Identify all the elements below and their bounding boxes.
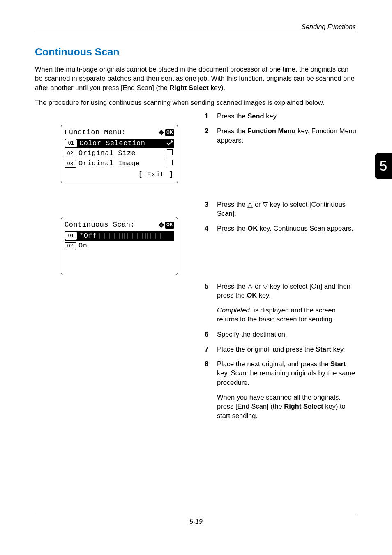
step-1: 1 Press the Send key. [205,111,357,120]
t: or [253,201,263,208]
step-text: Completed. is displayed and the screen r… [217,305,357,324]
lcd-function-menu: Function Menu: ✥OK 01 Color Selection 02… [61,125,178,183]
step-text: Place the original, and press the Start … [217,345,357,354]
checkbox-icon [167,149,173,155]
page-heading: Continuous Scan [35,45,120,59]
intro-p1: When the multi-page originals cannot be … [35,65,356,92]
steps-list: 1 Press the Send key. 2 Press the Functi… [205,111,357,426]
step-number: 4 [205,224,217,233]
footer-rule [35,515,357,515]
lcd-row: 02 On [65,241,174,251]
row-label: On [78,241,174,251]
t: key. Scan the remaining originals by the… [217,369,355,386]
step-number: 7 [205,345,217,354]
lcd-row: 03 Original Image [65,159,174,169]
running-header: Sending Functions [301,23,356,32]
t: Start [316,345,331,353]
page-number: 5-19 [0,517,392,526]
t: key. [264,112,278,120]
t: key. [331,345,345,353]
t: Press the [217,282,247,290]
intro-block: When the multi-page originals cannot be … [35,65,356,113]
t: key. [257,291,271,299]
lcd-blank-row [65,251,174,261]
row-number-badge: 03 [65,160,76,168]
step-text: Press the Function Menu key. Function Me… [217,126,357,145]
row-number-badge: 01 [65,139,77,147]
step-text: Press the △ or ▽ key to select [Continuo… [217,200,357,218]
step-number: 2 [205,126,217,145]
up-triangle-icon: △ [247,282,253,290]
t: Completed. [217,306,251,314]
t: Press the [217,112,247,120]
t: Start [330,360,346,368]
t: Press the [217,127,247,134]
step-7: 7 Place the original, and press the Star… [205,345,357,354]
step-6: 6 Specify the destination. [205,330,357,339]
step-text: Specify the destination. [217,330,357,339]
t: OK [247,291,257,299]
step-number: 6 [205,330,217,339]
step-number: 5 [205,282,217,324]
lcd-continuous-scan: Continuous Scan: ✥OK 01 *Off 02 On [61,217,178,275]
t: or [253,282,263,290]
row-label: Original Size [78,148,163,159]
t: Press the [217,224,247,232]
up-triangle-icon: △ [247,201,253,208]
step-4: 4 Press the OK key. Continuous Scan appe… [205,224,357,233]
t: Press the [217,201,247,208]
lcd-row-selected: 01 Color Selection [65,139,174,149]
lcd-row-selected: 01 *Off [65,231,174,241]
text-bold: Right Select [169,84,208,91]
selection-hatch [99,233,165,239]
dpad-ok-icon: ✥OK [159,128,175,137]
t: key. Continuous Scan appears. [258,224,353,232]
text: key). [209,84,225,91]
lcd-title: Continuous Scan: [65,220,135,230]
checkbox-icon [167,160,173,165]
step-number: 8 [205,359,217,420]
row-number-badge: 01 [65,232,77,240]
t: Send [247,112,264,120]
row-label: Color Selection [79,139,164,149]
row-number-badge: 02 [65,150,76,157]
step-number: 3 [205,200,217,218]
row-label: *Off [79,231,97,241]
t: Right Select [284,402,323,410]
chapter-tab: 5 [375,153,392,179]
step-3: 3 Press the △ or ▽ key to select [Contin… [205,200,357,218]
step-text: Press the △ or ▽ key to select [On] and … [217,282,357,300]
t: Place the original, and press the [217,345,316,353]
t: Function Menu [247,127,295,134]
lcd-row: 02 Original Size [65,148,174,159]
row-number-badge: 02 [65,242,76,250]
lcd-blank-row [65,261,174,272]
dpad-ok-icon: ✥OK [159,220,175,230]
step-text: Place the next original, and press the S… [217,359,357,387]
down-triangle-icon: ▽ [263,282,268,290]
step-text: When you have scanned all the originals,… [217,393,357,420]
step-number: 1 [205,111,217,120]
t: Place the next original, and press the [217,360,330,368]
step-5: 5 Press the △ or ▽ key to select [On] an… [205,282,357,324]
down-triangle-icon: ▽ [263,201,268,208]
header-rule [35,32,357,32]
step-8: 8 Place the next original, and press the… [205,359,357,420]
intro-p2: The procedure for using continuous scann… [35,98,356,107]
check-icon [166,139,173,149]
lcd-title: Function Menu: [65,127,126,138]
lcd-softkey: [ Exit ] [65,170,174,180]
step-text: Press the Send key. [217,111,357,120]
t: OK [247,224,258,232]
step-text: Press the OK key. Continuous Scan appear… [217,224,357,233]
row-label: Original Image [78,159,163,169]
step-2: 2 Press the Function Menu key. Function … [205,126,357,145]
